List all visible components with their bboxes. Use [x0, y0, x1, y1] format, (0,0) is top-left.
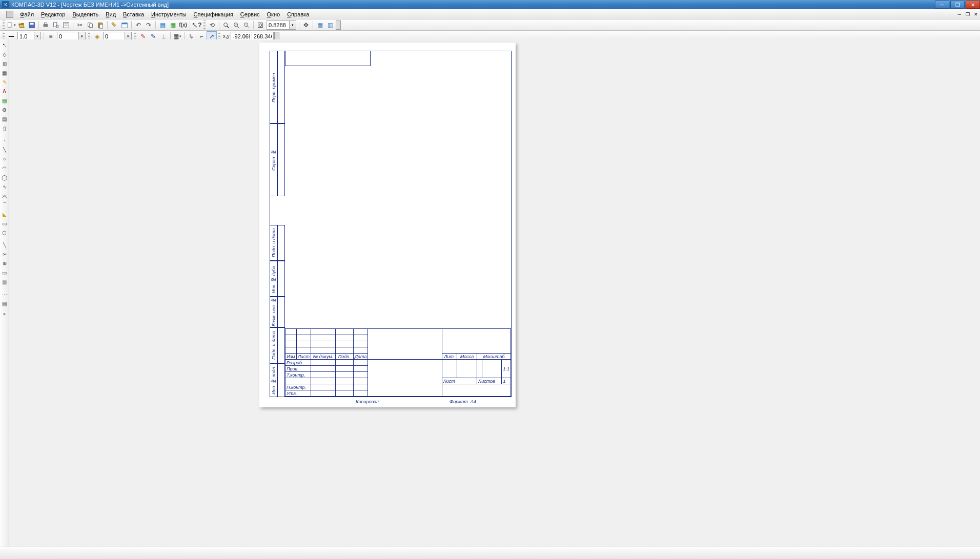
- new-button[interactable]: [6, 20, 16, 30]
- expand-toolbar-button[interactable]: ▸: [2, 311, 8, 316]
- menu-file[interactable]: Файл: [16, 10, 37, 18]
- aux-line-tool[interactable]: ╲: [1, 241, 9, 249]
- spline-tool[interactable]: ∿: [1, 182, 9, 191]
- svg-text:−: −: [246, 23, 247, 26]
- fx-button[interactable]: f(x): [178, 20, 188, 30]
- zoom-input[interactable]: [267, 20, 289, 30]
- axis-tool[interactable]: ⋯: [1, 290, 9, 298]
- rect-tool[interactable]: ▭: [1, 219, 9, 227]
- line-tool[interactable]: ╲: [1, 146, 9, 154]
- trim-tool[interactable]: ✂: [1, 250, 9, 258]
- app-icon: К: [2, 1, 9, 8]
- menu-edit[interactable]: Редактор: [37, 10, 69, 18]
- side-label: Инв. № подл.: [270, 364, 278, 397]
- menu-window[interactable]: Окно: [263, 10, 284, 18]
- side-b3b: [277, 297, 285, 327]
- svg-point-25: [259, 24, 261, 26]
- row-razrab: Разраб.: [285, 360, 311, 366]
- help-cursor-button[interactable]: ⭦?: [192, 20, 202, 30]
- surface-tool[interactable]: ▤: [1, 299, 9, 307]
- menu-spec[interactable]: Спецификация: [190, 10, 237, 18]
- param-tool[interactable]: ⚙: [1, 106, 9, 114]
- col-date: Дата: [353, 354, 368, 360]
- select-tool[interactable]: ⭦: [1, 41, 9, 49]
- cut-button[interactable]: ✂: [75, 20, 85, 30]
- zoom-out-button[interactable]: −: [241, 20, 252, 30]
- save-button[interactable]: [27, 20, 37, 30]
- contour-tool[interactable]: ⬡: [1, 229, 9, 237]
- snap-toggle-button[interactable]: ▥: [325, 20, 335, 30]
- pan-button[interactable]: ✥: [301, 20, 311, 30]
- menu-select[interactable]: Выделить: [69, 10, 102, 18]
- refresh-button[interactable]: ⟲: [207, 20, 217, 30]
- side-label: Взам. инв. №: [270, 297, 278, 327]
- close-button[interactable]: ✕: [966, 1, 980, 9]
- chamfer-tool[interactable]: ◣: [1, 210, 9, 218]
- minimize-button[interactable]: ─: [935, 1, 949, 9]
- polyline-tool[interactable]: ⩙: [1, 192, 9, 200]
- mdi-close-button[interactable]: ✕: [972, 11, 980, 18]
- layers-button[interactable]: ▦: [157, 20, 168, 30]
- text-tool[interactable]: A: [1, 87, 9, 95]
- zoom-in-button[interactable]: +: [231, 20, 241, 30]
- print-preview-button[interactable]: [51, 20, 61, 30]
- hatch-region-tool[interactable]: ▦: [1, 278, 9, 286]
- maximize-button[interactable]: ❐: [950, 1, 965, 9]
- row-tkontr: Т.контр.: [285, 372, 311, 378]
- svg-text:+: +: [235, 23, 237, 26]
- table-tool[interactable]: ▤: [1, 96, 9, 105]
- svg-rect-15: [122, 23, 128, 24]
- zoom-fit-button[interactable]: [255, 20, 266, 30]
- coord-label: x,y: [223, 33, 230, 39]
- open-button[interactable]: [16, 20, 27, 30]
- side-label: Перв. примен.: [270, 51, 278, 123]
- toolbar-overflow[interactable]: [336, 20, 341, 30]
- paste-button[interactable]: [95, 20, 106, 30]
- calendar-icon[interactable]: [119, 20, 130, 30]
- svg-rect-4: [44, 23, 47, 24]
- mdi-minimize-button[interactable]: ─: [955, 11, 964, 18]
- menu-tools[interactable]: Инструменты: [148, 10, 190, 18]
- menu-service[interactable]: Сервис: [237, 10, 263, 18]
- grip[interactable]: [3, 20, 5, 30]
- mdi-restore-button[interactable]: ❐: [964, 11, 972, 18]
- redo-button[interactable]: ↷: [144, 20, 154, 30]
- geometry-tool[interactable]: ◇: [1, 50, 9, 58]
- zoom-dropdown-arrow[interactable]: ▾: [289, 20, 296, 30]
- copy-button[interactable]: [85, 20, 95, 30]
- grip[interactable]: [203, 20, 206, 30]
- break-tool[interactable]: ≋: [1, 259, 9, 267]
- col-list: Лист: [296, 354, 311, 360]
- undo-button[interactable]: ↶: [133, 20, 144, 30]
- views-button[interactable]: ▦: [168, 20, 178, 30]
- hatch-tool[interactable]: ▦: [1, 69, 9, 77]
- col-docnum: № докум.: [311, 354, 335, 360]
- point-tool[interactable]: ·: [1, 136, 9, 144]
- doc-tool[interactable]: ▯: [1, 124, 9, 132]
- menu-view[interactable]: Вид: [102, 10, 119, 18]
- edit-tool[interactable]: ✎: [1, 78, 9, 86]
- menu-help[interactable]: Справка: [283, 10, 313, 18]
- format-painter-button[interactable]: [109, 20, 119, 30]
- grid-toggle-button[interactable]: ▦: [315, 20, 325, 30]
- print-button[interactable]: [40, 20, 51, 30]
- arc-tool[interactable]: ◠: [1, 164, 9, 172]
- properties-button[interactable]: [61, 20, 71, 30]
- row-nkontr: Н.контр.: [285, 384, 311, 390]
- dimension-tool[interactable]: ⊞: [1, 59, 9, 68]
- zoom-window-button[interactable]: [221, 20, 231, 30]
- zoom-combo[interactable]: ▾: [267, 20, 296, 30]
- col-scale: Масштаб: [477, 354, 511, 360]
- ellipse-tool[interactable]: ◯: [1, 173, 9, 181]
- menu-insert[interactable]: Вставка: [119, 10, 148, 18]
- fillet-tool[interactable]: ⌒: [1, 201, 9, 209]
- equidistant-tool[interactable]: ▭: [1, 268, 9, 277]
- side-label: Инв. № дубл.: [270, 261, 278, 296]
- left-toolbar: ⭦ ◇ ⊞ ▦ ✎ A ▤ ⚙ ▤ ▯ · ╲ ○ ◠ ◯ ∿ ⩙ ⌒ ◣ ▭ …: [0, 39, 9, 547]
- status-bar: [0, 547, 980, 559]
- spec-tool[interactable]: ▤: [1, 115, 9, 123]
- sheet-lbl: Лист: [442, 378, 477, 384]
- drawing-canvas[interactable]: Перв. примен. Справ. № Подп. и дата Инв.…: [9, 39, 980, 547]
- svg-point-16: [224, 23, 228, 26]
- circle-tool[interactable]: ○: [1, 155, 9, 163]
